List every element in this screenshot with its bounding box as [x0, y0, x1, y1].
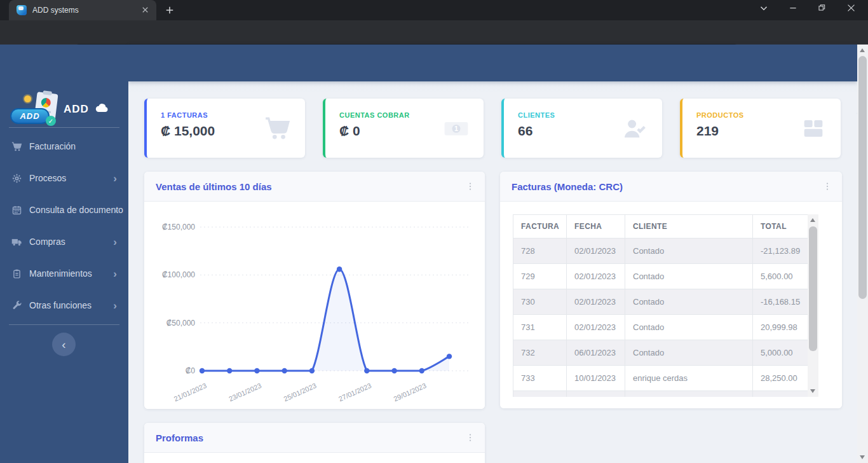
table-cell: 06/01/2023 — [567, 340, 625, 366]
table-row: 72902/01/2023Contado5,600.00 — [513, 264, 808, 289]
app-navbar: Enrique Cerdas — [128, 45, 857, 81]
sidebar-item-label: Facturación — [29, 141, 76, 151]
clipboard-icon — [11, 268, 22, 279]
window-close-button[interactable] — [846, 3, 861, 18]
svg-text:23/01/2023: 23/01/2023 — [227, 382, 262, 403]
table-cell: Contado — [625, 340, 753, 366]
chevron-right-icon: › — [113, 205, 117, 216]
table-cell: Contado — [625, 315, 753, 340]
sales-panel-title: Ventas de últimos 10 días — [156, 181, 465, 192]
chevron-right-icon: › — [113, 173, 117, 184]
scroll-up-arrow[interactable] — [860, 48, 865, 52]
proformas-panel: Proformas — [144, 423, 485, 463]
browser-address-bar: localhost:2959/(S(ubg01jl5msprte2cgkbuxm… — [0, 20, 868, 45]
page-scrollbar[interactable] — [857, 45, 868, 463]
chevron-right-icon: › — [113, 300, 117, 311]
table-cell: -21,123.89 — [753, 238, 808, 264]
table-row: 73410/01/2023Contado28,250.00 — [513, 391, 808, 397]
stat-card-productos: PRODUCTOS219 — [680, 99, 841, 158]
tab-close-icon[interactable] — [140, 5, 151, 16]
chevron-right-icon: › — [113, 268, 117, 279]
gear-icon — [11, 173, 22, 184]
sidebar-item-label: Consulta de documento — [29, 205, 123, 215]
tab-search-chevron-icon[interactable] — [758, 3, 773, 18]
table-cell: 10/01/2023 — [567, 366, 625, 391]
table-scroll-down-arrow[interactable] — [810, 389, 815, 393]
sidebar-menu: FacturaciónProcesos›Consulta de document… — [0, 130, 128, 321]
tab-title: ADD systems — [32, 6, 140, 15]
invoice-table: FACTURAFECHACLIENTETOTAL 72802/01/2023Co… — [513, 214, 808, 397]
stat-card-cuentas-cobrar: CUENTAS COBRAR₡ 01 — [323, 99, 484, 158]
sidebar-item-consulta-de-documento[interactable]: Consulta de documento› — [0, 194, 128, 226]
sidebar-item-procesos[interactable]: Procesos› — [0, 162, 128, 194]
sales-panel-header: Ventas de últimos 10 días — [144, 172, 485, 202]
sidebar-item-label: Procesos — [29, 173, 66, 183]
svg-text:27/01/2023: 27/01/2023 — [337, 382, 372, 403]
invoices-panel: Facturas (Moneda: CRC) FACTURAFECHACLIEN… — [500, 172, 842, 408]
screen: ADD systems — [0, 0, 868, 463]
money-icon: 1 — [443, 115, 470, 142]
brand-text: ADD — [64, 103, 89, 116]
table-cell: 02/01/2023 — [567, 264, 625, 289]
table-row: 73002/01/2023Contado-16,168.15 — [513, 289, 808, 315]
table-scroll-up-arrow[interactable] — [810, 218, 815, 222]
invoice-table-scrollbar[interactable] — [808, 214, 818, 397]
svg-text:₡150,000: ₡150,000 — [162, 223, 195, 232]
app-logo[interactable]: ADD ✓ — [9, 92, 61, 126]
invoices-panel-kebab-icon[interactable] — [822, 181, 833, 192]
page-scrollbar-thumb[interactable] — [858, 56, 867, 299]
sidebar-item-mantenimientos[interactable]: Mantenimientos› — [0, 258, 128, 289]
svg-text:21/01/2023: 21/01/2023 — [173, 382, 208, 403]
table-cell: 28,250.00 — [753, 391, 808, 397]
svg-text:₡100,000: ₡100,000 — [162, 270, 195, 279]
table-cell: 5,600.00 — [753, 264, 808, 289]
table-cell: 732 — [513, 340, 567, 366]
window-minimize-button[interactable] — [788, 3, 803, 18]
svg-text:29/01/2023: 29/01/2023 — [392, 382, 427, 403]
truck-icon — [11, 237, 22, 247]
invoice-table-scrollbar-thumb[interactable] — [809, 226, 817, 351]
table-cell: 02/01/2023 — [567, 238, 625, 264]
table-cell: 730 — [513, 289, 567, 315]
window-restore-button[interactable] — [817, 3, 832, 18]
sidebar-item-label: Mantenimientos — [29, 268, 92, 279]
cloud-icon — [94, 103, 109, 113]
main-content: 1 FACTURAS₡ 15,000CUENTAS COBRAR₡ 01CLIE… — [128, 81, 857, 463]
chevron-right-icon: › — [113, 237, 117, 247]
invoices-panel-body: FACTURAFECHACLIENTETOTAL 72802/01/2023Co… — [500, 202, 842, 408]
svg-text:₡0: ₡0 — [186, 366, 196, 375]
sidebar-item-facturacion[interactable]: Facturación — [0, 130, 128, 162]
table-cell: 28,250.00 — [753, 366, 808, 391]
table-cell: 734 — [513, 391, 567, 397]
sidebar-divider-bottom — [9, 324, 119, 325]
sidebar-item-label: Compras — [29, 237, 65, 247]
table-cell: Contado — [625, 289, 753, 315]
user-check-icon — [621, 115, 648, 142]
browser-tab-strip: ADD systems — [0, 0, 868, 20]
table-cell: 729 — [513, 264, 567, 289]
new-tab-button[interactable] — [164, 4, 175, 16]
proformas-panel-title: Proformas — [156, 432, 465, 443]
column-header-fecha: FECHA — [567, 215, 625, 238]
sidebar-item-otras-funciones[interactable]: Otras funciones› — [0, 289, 128, 321]
table-cell: 10/01/2023 — [567, 391, 625, 397]
table-cell: 20,999.98 — [753, 315, 808, 340]
sidebar-item-compras[interactable]: Compras› — [0, 226, 128, 258]
table-cell: Contado — [625, 391, 753, 397]
scroll-down-arrow[interactable] — [860, 455, 865, 459]
cart-icon — [11, 141, 22, 152]
table-cell: 5,000.00 — [753, 340, 808, 366]
proformas-panel-body — [144, 453, 485, 463]
sidebar: ADD ✓ ADD FacturaciónProcesos›Consulta d… — [0, 45, 128, 463]
column-header-total: TOTAL — [753, 215, 808, 238]
proformas-panel-kebab-icon[interactable] — [465, 432, 476, 443]
sales-chart: ₡0₡50,000₡100,000₡150,00021/01/202323/01… — [144, 202, 485, 409]
browser-tab[interactable]: ADD systems — [9, 0, 156, 20]
tab-favicon — [17, 5, 27, 15]
sales-panel: Ventas de últimos 10 días ₡0₡50,000₡100,… — [144, 172, 485, 409]
calendar-icon — [11, 205, 22, 216]
column-header-cliente: CLIENTE — [625, 215, 753, 238]
table-row: 73310/01/2023enrique cerdas28,250.00 — [513, 366, 808, 391]
sidebar-collapse-button[interactable]: ‹ — [52, 333, 76, 356]
sales-panel-kebab-icon[interactable] — [465, 181, 476, 192]
